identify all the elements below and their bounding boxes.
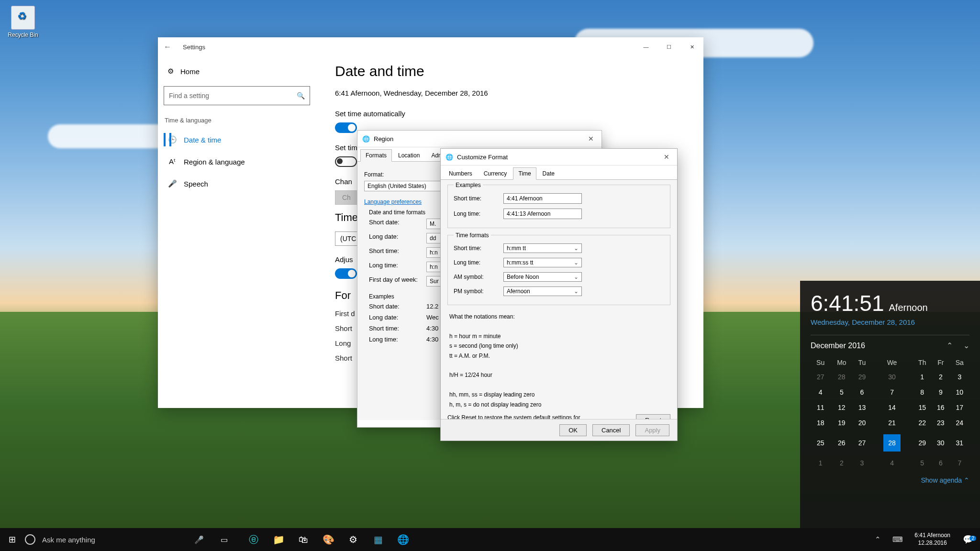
calendar-day[interactable]: 1 <box>913 369 932 385</box>
flyout-date[interactable]: Wednesday, December 28, 2016 <box>811 318 969 326</box>
calendar-day[interactable]: 29 <box>853 369 871 385</box>
apply-button[interactable]: Apply <box>635 424 669 436</box>
calendar-day[interactable]: 28 <box>871 430 913 455</box>
short-time-combo[interactable]: h:mm tt <box>503 243 582 253</box>
calendar-day[interactable]: 30 <box>932 430 950 455</box>
notation-line: tt = A.M. or P.M. <box>449 351 668 361</box>
tab-date[interactable]: Date <box>537 167 560 179</box>
calendar-day[interactable]: 5 <box>913 455 932 471</box>
tab-currency[interactable]: Currency <box>479 167 512 179</box>
home-nav[interactable]: ⚙ Home <box>164 61 310 81</box>
action-center-button[interactable]: 💬2 <box>956 534 980 545</box>
calendar-day[interactable]: 28 <box>830 369 853 385</box>
app-icon[interactable]: ▦ <box>366 528 390 551</box>
tray-chevron[interactable]: ⌃ <box>869 535 887 544</box>
notation-line: h, m, s = do not display leading zero <box>449 400 668 409</box>
calendar-day[interactable]: 4 <box>871 455 913 471</box>
tray-keyboard-icon[interactable]: ⌨ <box>887 535 909 544</box>
calendar-day[interactable]: 26 <box>830 430 853 455</box>
tab-location[interactable]: Location <box>393 149 425 161</box>
calendar-day[interactable]: 7 <box>871 385 913 400</box>
calendar-day[interactable]: 3 <box>853 455 871 471</box>
cancel-button[interactable]: Cancel <box>592 424 630 436</box>
prev-month-button[interactable]: ⌃ <box>947 341 953 350</box>
pm-symbol-combo[interactable]: Afernoon <box>503 287 582 296</box>
calendar-day[interactable]: 31 <box>950 430 969 455</box>
task-view-button[interactable]: ▭ <box>212 535 236 544</box>
settings-search[interactable]: Find a setting 🔍 <box>164 86 310 105</box>
calendar-day[interactable]: 19 <box>830 415 853 430</box>
calendar-day[interactable]: 11 <box>811 400 830 415</box>
cortana-search[interactable]: Ask me anything <box>24 528 187 551</box>
nav-date-time[interactable]: 🕒 Date & time <box>164 129 310 151</box>
calendar-day[interactable]: 16 <box>932 400 950 415</box>
toggle-auto-tz[interactable] <box>335 156 357 167</box>
calendar-day[interactable]: 23 <box>932 415 950 430</box>
calendar-day[interactable]: 21 <box>871 415 913 430</box>
calendar-day[interactable]: 18 <box>811 415 830 430</box>
toggle-dst[interactable] <box>335 268 357 279</box>
customize-close-button[interactable]: ✕ <box>656 149 677 165</box>
flyout-time-value: 6:41:51 <box>811 290 884 316</box>
maximize-button[interactable]: ☐ <box>657 37 680 56</box>
taskbar-clock[interactable]: 6:41 Afernoon 12.28.2016 <box>909 532 956 547</box>
calendar-day[interactable]: 9 <box>932 385 950 400</box>
tab-formats[interactable]: Formats <box>360 149 392 162</box>
calendar-day[interactable]: 7 <box>950 455 969 471</box>
clock-calendar-flyout: 6:41:51 Afernoon Wednesday, December 28,… <box>800 281 980 528</box>
show-agenda-link[interactable]: Show agenda ⌃ <box>811 476 969 484</box>
calendar-day[interactable]: 20 <box>853 415 871 430</box>
nav-speech[interactable]: 🎤 Speech <box>164 173 310 195</box>
calendar-day[interactable]: 6 <box>853 385 871 400</box>
calendar-day[interactable]: 13 <box>853 400 871 415</box>
next-month-button[interactable]: ⌄ <box>963 341 969 350</box>
settings-titlebar[interactable]: ← Settings — ☐ ✕ <box>158 37 703 56</box>
calendar-day[interactable]: 2 <box>830 455 853 471</box>
tab-time[interactable]: Time <box>513 167 536 180</box>
calendar-day[interactable]: 3 <box>950 369 969 385</box>
calendar-day[interactable]: 27 <box>811 369 830 385</box>
recycle-bin-icon[interactable]: Recycle Bin <box>5 6 41 38</box>
file-explorer-icon[interactable]: 📁 <box>266 528 291 551</box>
language-preferences-link[interactable]: Language preferences <box>364 198 422 205</box>
start-button[interactable]: ⊞ <box>0 534 24 545</box>
calendar-day[interactable]: 10 <box>950 385 969 400</box>
calendar-day[interactable]: 6 <box>932 455 950 471</box>
calendar-day[interactable]: 12 <box>830 400 853 415</box>
calendar-day[interactable]: 4 <box>811 385 830 400</box>
ok-button[interactable]: OK <box>559 424 587 436</box>
am-symbol-combo[interactable]: Before Noon <box>503 272 582 282</box>
calendar-day[interactable]: 14 <box>871 400 913 415</box>
store-icon[interactable]: 🛍 <box>291 528 316 551</box>
region-titlebar[interactable]: 🌐 Region ✕ <box>357 131 601 147</box>
paint-icon[interactable]: 🎨 <box>316 528 341 551</box>
calendar-day[interactable]: 1 <box>811 455 830 471</box>
region-close-button[interactable]: ✕ <box>580 131 601 147</box>
calendar-day[interactable]: 22 <box>913 415 932 430</box>
settings-taskbar-icon[interactable]: ⚙ <box>341 528 366 551</box>
calendar-day[interactable]: 24 <box>950 415 969 430</box>
close-button[interactable]: ✕ <box>680 37 703 56</box>
toggle-auto-time[interactable] <box>335 122 357 133</box>
calendar-day[interactable]: 27 <box>853 430 871 455</box>
mic-button[interactable]: 🎤 <box>187 535 212 544</box>
change-button[interactable]: Ch <box>335 190 358 205</box>
calendar-day[interactable]: 25 <box>811 430 830 455</box>
back-button[interactable]: ← <box>164 43 171 51</box>
tab-numbers[interactable]: Numbers <box>444 167 478 179</box>
nav-region-language[interactable]: Aᵗ Region & language <box>164 151 310 173</box>
minimize-button[interactable]: — <box>635 37 657 56</box>
customize-titlebar[interactable]: 🌐 Customize Format ✕ <box>441 149 677 165</box>
notation-line: s = second (long time only) <box>449 341 668 351</box>
calendar-day[interactable]: 17 <box>950 400 969 415</box>
calendar-day[interactable]: 29 <box>913 430 932 455</box>
calendar-day[interactable]: 2 <box>932 369 950 385</box>
app-icon-2[interactable]: 🌐 <box>390 528 415 551</box>
edge-icon[interactable]: ⓔ <box>241 528 266 551</box>
calendar-day[interactable]: 8 <box>913 385 932 400</box>
long-time-combo[interactable]: h:mm:ss tt <box>503 258 582 267</box>
calendar-day[interactable]: 30 <box>871 369 913 385</box>
calendar-day[interactable]: 5 <box>830 385 853 400</box>
flyout-month[interactable]: December 2016 <box>811 342 865 350</box>
calendar-day[interactable]: 15 <box>913 400 932 415</box>
